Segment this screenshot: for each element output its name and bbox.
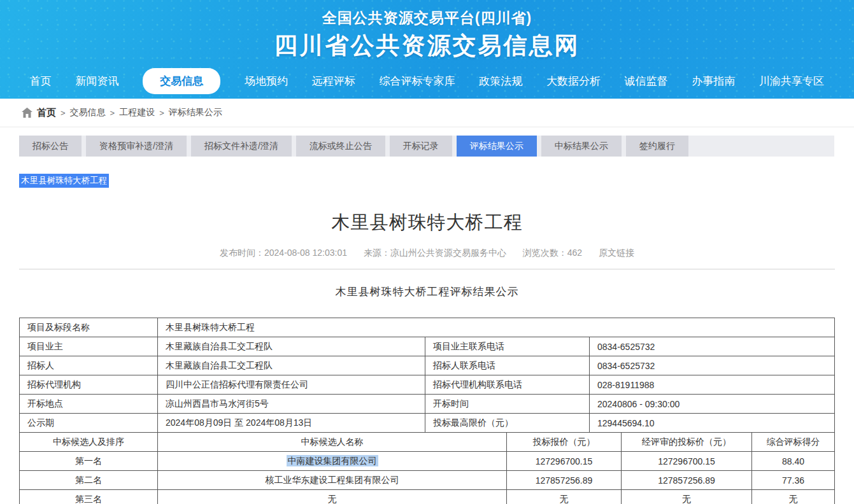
breadcrumb-trade-info[interactable]: 交易信息 — [70, 107, 106, 118]
candidate-name: 无 — [158, 490, 507, 504]
nav-item-big-data[interactable]: 大数据分析 — [546, 74, 601, 88]
candidate-bid: 127857256.89 — [507, 471, 622, 490]
project-info-table: 项目及标段名称 木里县树珠特大桥工程 项目业主 木里藏族自治县工交工程队 项目业… — [19, 318, 835, 433]
candidate-score: 88.40 — [752, 452, 835, 471]
info-label: 公示期 — [20, 414, 158, 433]
info-label: 项目及标段名称 — [20, 318, 158, 337]
col-header-evaluated-bid: 经评审的投标价（元） — [622, 433, 752, 452]
col-header-rank: 中标候选人及排序 — [20, 433, 158, 452]
info-value: 四川中公正信招标代理有限责任公司 — [158, 375, 425, 395]
candidate-evaluated-bid: 127857256.89 — [622, 471, 752, 490]
candidate-score: 无 — [752, 490, 835, 504]
main-nav: 首页 新闻资讯 交易信息 场地预约 远程评标 综合评标专家库 政策法规 大数据分… — [0, 64, 854, 99]
table-row: 招标代理机构 四川中公正信招标代理有限责任公司 招标代理机构联系电话 028-8… — [20, 375, 835, 395]
breadcrumb-separator: > — [159, 108, 164, 118]
candidate-evaluated-bid: 无 — [622, 490, 752, 504]
col-header-score: 综合评标得分 — [752, 433, 835, 452]
candidate-score: 77.36 — [752, 471, 835, 490]
article-subtitle: 木里县树珠特大桥工程评标结果公示 — [0, 284, 854, 299]
candidates-table: 中标候选人及排序 中标候选人名称 投标报价（元） 经评审的投标价（元） 综合评标… — [19, 432, 835, 504]
breadcrumb: 首页 > 交易信息 > 工程建设 > 评标结果公示 — [0, 99, 854, 127]
breadcrumb-separator: > — [60, 108, 66, 118]
tab-bid-announcement[interactable]: 招标公告 — [19, 136, 82, 157]
candidate-name: 中南建设集团有限公司 — [158, 452, 507, 471]
tab-prequalification-clarification[interactable]: 资格预审补遗/澄清 — [86, 136, 187, 157]
result-list: 木里县树珠特大桥工程 — [19, 174, 854, 188]
candidate-rank: 第二名 — [20, 471, 158, 490]
info-value: 0834-6525732 — [590, 337, 835, 356]
col-header-bid: 投标报价（元） — [507, 433, 622, 452]
table-row: 公示期 2024年08月09日 至 2024年08月13日 投标最高限价（元） … — [20, 414, 835, 433]
table-row: 第二名 核工业华东建设工程集团有限公司 127857256.89 1278572… — [20, 471, 835, 490]
tab-contract-performance[interactable]: 签约履行 — [626, 136, 688, 157]
site-title: 四川省公共资源交易信息网 — [0, 30, 854, 62]
candidate-rank: 第一名 — [20, 452, 158, 471]
selected-text: 中南建设集团有限公司 — [287, 455, 378, 466]
nav-item-policies[interactable]: 政策法规 — [479, 74, 522, 88]
candidate-name: 核工业华东建设工程集团有限公司 — [158, 471, 507, 490]
tab-evaluation-result[interactable]: 评标结果公示 — [457, 136, 537, 157]
info-value: 20240806 - 09:30:00 — [590, 395, 835, 414]
info-label: 开标时间 — [425, 395, 590, 414]
info-label: 招标代理机构联系电话 — [425, 375, 590, 395]
candidate-bid: 无 — [507, 490, 622, 504]
source: 来源：凉山州公共资源交易服务中心 — [364, 248, 506, 258]
table-row: 项目及标段名称 木里县树珠特大桥工程 — [20, 318, 835, 337]
info-value: 129445694.10 — [590, 414, 835, 433]
breadcrumb-evaluation-result[interactable]: 评标结果公示 — [169, 107, 222, 118]
info-label: 项目业主联系电话 — [425, 337, 590, 356]
nav-item-trade-info[interactable]: 交易信息 — [143, 68, 220, 94]
info-label: 招标人 — [20, 356, 158, 375]
content-divider — [19, 269, 835, 270]
info-label: 投标最高限价（元） — [425, 414, 590, 433]
info-label: 项目业主 — [20, 337, 158, 356]
project-result-link[interactable]: 木里县树珠特大桥工程 — [19, 174, 109, 188]
breadcrumb-home[interactable]: 首页 — [37, 107, 56, 119]
breadcrumb-engineering[interactable]: 工程建设 — [119, 107, 155, 118]
info-value: 2024年08月09日 至 2024年08月13日 — [158, 414, 425, 433]
article-meta: 发布时间：2024-08-08 12:03:01 来源：凉山州公共资源交易服务中… — [0, 248, 854, 259]
breadcrumb-separator: > — [110, 108, 115, 118]
table-row: 开标地点 凉山州西昌市马水河街5号 开标时间 20240806 - 09:30:… — [20, 395, 835, 414]
info-value: 凉山州西昌市马水河街5号 — [158, 395, 425, 414]
table-row: 项目业主 木里藏族自治县工交工程队 项目业主联系电话 0834-6525732 — [20, 337, 835, 356]
candidate-evaluated-bid: 127296700.15 — [622, 452, 752, 471]
tab-bid-doc-clarification[interactable]: 招标文件补遗/澄清 — [191, 136, 292, 157]
info-value: 0834-6525732 — [590, 356, 835, 375]
nav-item-home[interactable]: 首页 — [30, 74, 52, 88]
table-row: 第三名 无 无 无 无 — [20, 490, 835, 504]
original-link[interactable]: 原文链接 — [599, 248, 634, 258]
tab-strip: 招标公告 资格预审补遗/澄清 招标文件补遗/澄清 流标或终止公告 开标记录 评标… — [19, 136, 834, 157]
nav-item-remote-evaluation[interactable]: 远程评标 — [312, 74, 355, 88]
col-header-name: 中标候选人名称 — [158, 433, 507, 452]
info-value: 028-81911988 — [590, 375, 835, 395]
home-icon[interactable] — [22, 108, 32, 118]
table-row: 第一名 中南建设集团有限公司 127296700.15 127296700.15… — [20, 452, 835, 471]
tab-winning-result[interactable]: 中标结果公示 — [541, 136, 622, 157]
nav-item-news[interactable]: 新闻资讯 — [76, 74, 119, 88]
info-label: 招标代理机构 — [20, 375, 158, 395]
info-label: 开标地点 — [20, 395, 158, 414]
tab-failed-or-terminated[interactable]: 流标或终止公告 — [296, 136, 385, 157]
table-header-row: 中标候选人及排序 中标候选人名称 投标报价（元） 经评审的投标价（元） 综合评标… — [20, 433, 835, 452]
candidate-rank: 第三名 — [20, 490, 158, 504]
table-row: 招标人 木里藏族自治县工交工程队 招标人联系电话 0834-6525732 — [20, 356, 835, 375]
info-value: 木里县树珠特大桥工程 — [158, 318, 835, 337]
nav-item-integrity-supervision[interactable]: 诚信监督 — [625, 74, 668, 88]
nav-item-expert-database[interactable]: 综合评标专家库 — [379, 74, 455, 88]
info-label: 招标人联系电话 — [425, 356, 590, 375]
nav-item-chuanyu-zone[interactable]: 川渝共享专区 — [759, 74, 824, 88]
site-supertitle: 全国公共资源交易平台(四川省) — [0, 0, 854, 28]
publish-time: 发布时间：2024-08-08 12:03:01 — [220, 248, 347, 258]
site-header: 全国公共资源交易平台(四川省) 四川省公共资源交易信息网 首页 新闻资讯 交易信… — [0, 0, 854, 99]
view-count: 浏览次数：462 — [523, 248, 582, 258]
nav-item-service-guide[interactable]: 办事指南 — [692, 74, 735, 88]
candidate-bid: 127296700.15 — [507, 452, 622, 471]
nav-item-venue-booking[interactable]: 场地预约 — [245, 74, 288, 88]
article-title: 木里县树珠特大桥工程 — [0, 210, 854, 235]
info-value: 木里藏族自治县工交工程队 — [158, 356, 425, 375]
tab-bid-opening-record[interactable]: 开标记录 — [390, 136, 452, 157]
info-value: 木里藏族自治县工交工程队 — [158, 337, 425, 356]
